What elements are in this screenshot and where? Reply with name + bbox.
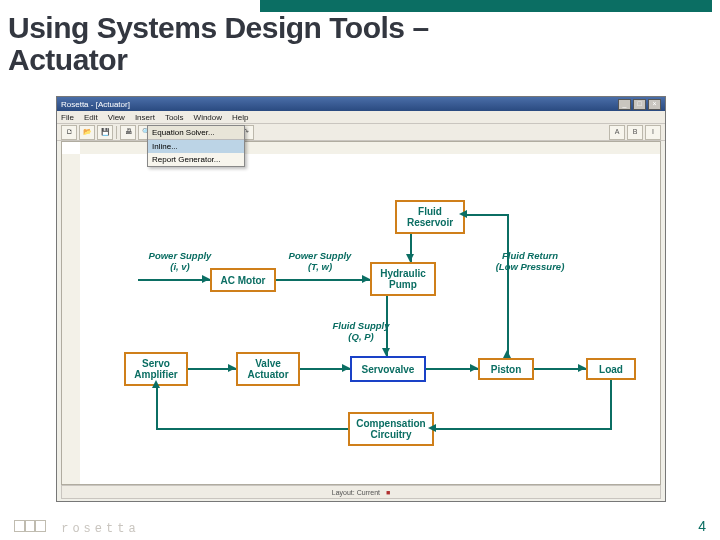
node-piston[interactable]: Piston — [478, 358, 534, 380]
ruler-vertical — [62, 154, 81, 484]
arrowhead — [342, 364, 350, 372]
menu-view[interactable]: View — [108, 113, 125, 122]
node-valve-actuator[interactable]: ValveActuator — [236, 352, 300, 386]
app-statusbar: Layout: Current ■ — [61, 485, 661, 499]
close-button[interactable]: × — [648, 99, 661, 110]
label-power-supply-iv: Power Supply(i, v) — [142, 250, 218, 272]
edge-feedback-down — [610, 380, 612, 428]
dropdown-item-report[interactable]: Report Generator... — [148, 153, 244, 166]
label-fluid-supply-qp: Fluid Supply(Q, P) — [324, 320, 398, 342]
toolbar-bold-icon[interactable]: B — [627, 125, 643, 140]
status-badge-icon: ■ — [386, 489, 390, 496]
slide-title-line1: Using Systems Design Tools – — [8, 11, 429, 44]
node-hydraulic-pump[interactable]: HydraulicPump — [370, 262, 436, 296]
menu-edit[interactable]: Edit — [84, 113, 98, 122]
slide-title: Using Systems Design Tools – Actuator — [8, 12, 429, 75]
menu-tools[interactable]: Tools — [165, 113, 184, 122]
toolbar-print-icon[interactable]: 🖶 — [120, 125, 136, 140]
arrowhead — [470, 364, 478, 372]
edge-feedback-to-comp — [434, 428, 612, 430]
app-canvas: FluidReservoir AC Motor HydraulicPump Se… — [61, 141, 661, 485]
app-titlebar: Rosetta - [Actuator] _ □ × — [57, 97, 665, 111]
edge-fluid-return-v — [507, 214, 509, 354]
edge-into-acmotor — [138, 279, 210, 281]
arrowhead — [202, 275, 210, 283]
maximize-button[interactable]: □ — [633, 99, 646, 110]
label-fluid-return: Fluid Return(Low Pressure) — [480, 250, 580, 272]
tools-dropdown[interactable]: Equation Solver... Inline... Report Gene… — [147, 125, 245, 167]
arrowhead — [578, 364, 586, 372]
toolbar-save-icon[interactable]: 💾 — [97, 125, 113, 140]
edge-acmotor-pump — [276, 279, 370, 281]
slide-logo: rosetta — [14, 520, 140, 536]
arrowhead — [362, 275, 370, 283]
label-power-supply-tw: Power Supply(T, w) — [280, 250, 360, 272]
arrowhead — [382, 348, 390, 356]
arrowhead — [228, 364, 236, 372]
embedded-app-window: Rosetta - [Actuator] _ □ × File Edit Vie… — [56, 96, 666, 502]
arrowhead — [428, 424, 436, 432]
menu-help[interactable]: Help — [232, 113, 248, 122]
edge-comp-to-amp-v — [156, 386, 158, 430]
app-title-text: Rosetta - [Actuator] — [61, 100, 130, 109]
status-layout: Layout: Current — [332, 489, 380, 496]
dropdown-header[interactable]: Equation Solver... — [148, 126, 244, 140]
arrowhead — [503, 350, 511, 358]
node-compensation[interactable]: CompensationCircuitry — [348, 412, 434, 446]
app-menubar: File Edit View Insert Tools Window Help — [57, 111, 665, 124]
toolbar-new-icon[interactable]: 🗋 — [61, 125, 77, 140]
menu-file[interactable]: File — [61, 113, 74, 122]
logo-text: rosetta — [61, 522, 139, 536]
slide-title-line2: Actuator — [8, 43, 127, 76]
node-load[interactable]: Load — [586, 358, 636, 380]
arrowhead — [459, 210, 467, 218]
node-servovalve[interactable]: Servovalve — [350, 356, 426, 382]
edge-fluid-return-h — [465, 214, 509, 216]
canvas-inner[interactable]: FluidReservoir AC Motor HydraulicPump Se… — [80, 154, 660, 484]
menu-window[interactable]: Window — [194, 113, 222, 122]
node-fluid-reservoir[interactable]: FluidReservoir — [395, 200, 465, 234]
menu-insert[interactable]: Insert — [135, 113, 155, 122]
toolbar-open-icon[interactable]: 📂 — [79, 125, 95, 140]
arrowhead — [406, 254, 414, 262]
page-number: 4 — [698, 518, 706, 534]
arrowhead — [152, 380, 160, 388]
toolbar-italic-icon[interactable]: I — [645, 125, 661, 140]
dropdown-item-inline[interactable]: Inline... — [148, 140, 244, 153]
minimize-button[interactable]: _ — [618, 99, 631, 110]
node-ac-motor[interactable]: AC Motor — [210, 268, 276, 292]
edge-comp-to-amp-h — [156, 428, 348, 430]
toolbar-zoom-icon[interactable]: A — [609, 125, 625, 140]
